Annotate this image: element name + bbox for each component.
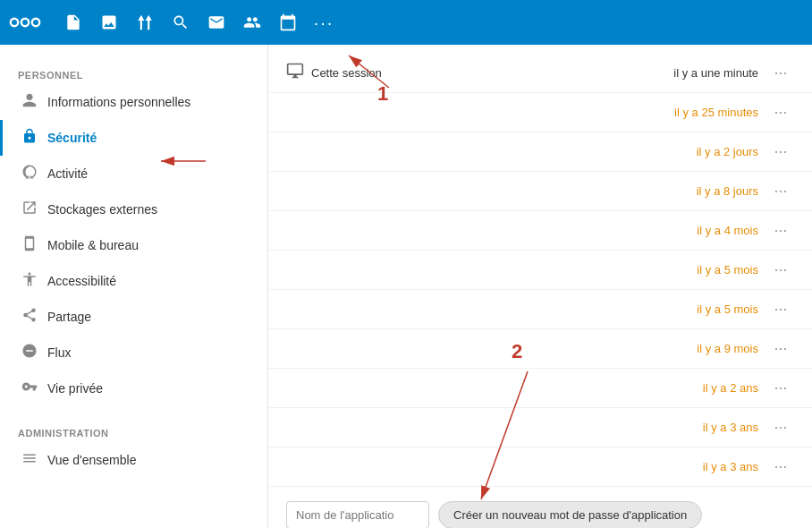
session-row-2: il y a 2 jours ··· bbox=[268, 132, 812, 172]
flux-label: Flux bbox=[47, 345, 71, 360]
user-icon bbox=[21, 92, 38, 112]
privacy-label: Vie privée bbox=[47, 381, 103, 396]
session-row-8: il y a 2 ans ··· bbox=[268, 369, 812, 408]
session-time-10: il y a 3 ans bbox=[633, 460, 767, 473]
session-row-9: il y a 3 ans ··· bbox=[268, 408, 812, 447]
session-row-5: il y a 5 mois ··· bbox=[268, 251, 812, 290]
session-row-10: il y a 3 ans ··· bbox=[268, 447, 812, 487]
session-menu-6[interactable]: ··· bbox=[767, 300, 794, 319]
accessibility-label: Accessibilité bbox=[47, 274, 116, 288]
lock-icon bbox=[21, 128, 38, 148]
session-row-6: il y a 5 mois ··· bbox=[268, 290, 812, 329]
photos-nav-icon[interactable] bbox=[93, 6, 125, 38]
calendar-nav-icon[interactable] bbox=[272, 6, 304, 38]
session-time-5: il y a 5 mois bbox=[633, 263, 767, 277]
activity-label: Activité bbox=[47, 166, 88, 181]
sharing-label: Partage bbox=[47, 310, 91, 324]
sidebar-item-privacy[interactable]: Vie privée bbox=[0, 370, 267, 406]
session-menu-7[interactable]: ··· bbox=[767, 339, 794, 358]
nextcloud-logo[interactable] bbox=[9, 9, 45, 36]
session-row-7: il y a 9 mois ··· bbox=[268, 329, 812, 369]
sidebar-item-mobile[interactable]: Mobile & bureau bbox=[0, 227, 267, 263]
create-app-password-button[interactable]: Créer un nouveau mot de passe d'applicat… bbox=[438, 501, 702, 528]
content-area: Cette session il y a une minute ··· il y… bbox=[268, 45, 812, 528]
sidebar-item-overview[interactable]: Vue d'ensemble bbox=[0, 442, 267, 478]
session-menu-2[interactable]: ··· bbox=[767, 142, 794, 161]
mail-nav-icon[interactable] bbox=[200, 6, 233, 38]
activity-icon bbox=[21, 164, 38, 183]
session-row-1: il y a 25 minutes ··· bbox=[268, 93, 812, 132]
session-time-8: il y a 2 ans bbox=[633, 381, 767, 395]
overview-icon bbox=[21, 450, 38, 470]
external-storage-label: Stockages externes bbox=[47, 202, 157, 217]
svg-point-3 bbox=[12, 20, 17, 25]
sidebar-item-accessibility[interactable]: Accessibilité bbox=[0, 263, 267, 299]
session-menu-1[interactable]: ··· bbox=[767, 103, 794, 122]
more-nav-icon[interactable]: ··· bbox=[308, 6, 340, 38]
session-row-0: Cette session il y a une minute ··· bbox=[268, 54, 812, 93]
activity-nav-icon[interactable] bbox=[129, 6, 161, 38]
sidebar-item-personal-info[interactable]: Informations personnelles bbox=[0, 84, 267, 120]
session-time-3: il y a 8 jours bbox=[633, 184, 767, 198]
svg-point-4 bbox=[22, 20, 28, 25]
external-storage-icon bbox=[21, 200, 38, 219]
section-title-personnel: Personnel bbox=[0, 63, 267, 84]
mobile-label: Mobile & bureau bbox=[47, 238, 139, 252]
main-layout: Personnel Informations personnelles Sécu… bbox=[0, 45, 812, 528]
privacy-icon bbox=[21, 379, 38, 398]
contacts-nav-icon[interactable] bbox=[236, 6, 268, 38]
session-time-9: il y a 3 ans bbox=[633, 421, 767, 434]
security-label: Sécurité bbox=[47, 131, 97, 145]
app-name-input[interactable] bbox=[286, 501, 429, 528]
session-row-3: il y a 8 jours ··· bbox=[268, 172, 812, 211]
session-time-7: il y a 9 mois bbox=[633, 342, 767, 355]
session-label-0: Cette session bbox=[311, 66, 382, 80]
session-menu-8[interactable]: ··· bbox=[767, 379, 794, 397]
mobile-icon bbox=[21, 235, 38, 255]
accessibility-icon bbox=[21, 271, 38, 291]
top-nav: ··· bbox=[0, 0, 812, 45]
flux-icon bbox=[21, 343, 38, 362]
session-row-4: il y a 4 mois ··· bbox=[268, 211, 812, 251]
search-nav-icon[interactable] bbox=[165, 6, 197, 38]
session-time-0: il y a une minute bbox=[633, 66, 767, 80]
sidebar-item-security[interactable]: Sécurité bbox=[0, 120, 267, 156]
session-time-1: il y a 25 minutes bbox=[633, 106, 767, 119]
session-menu-3[interactable]: ··· bbox=[767, 182, 794, 200]
session-menu-10[interactable]: ··· bbox=[767, 457, 794, 476]
session-time-6: il y a 5 mois bbox=[633, 302, 767, 316]
session-menu-4[interactable]: ··· bbox=[767, 221, 794, 240]
files-nav-icon[interactable] bbox=[57, 6, 89, 38]
sidebar: Personnel Informations personnelles Sécu… bbox=[0, 45, 268, 528]
desktop-icon bbox=[286, 62, 304, 84]
sidebar-item-flux[interactable]: Flux bbox=[0, 335, 267, 370]
sidebar-item-sharing[interactable]: Partage bbox=[0, 299, 267, 335]
session-time-4: il y a 4 mois bbox=[633, 224, 767, 237]
share-icon bbox=[21, 307, 38, 327]
sidebar-item-external-storage[interactable]: Stockages externes bbox=[0, 192, 267, 227]
overview-label: Vue d'ensemble bbox=[47, 453, 136, 467]
session-device-0: Cette session bbox=[286, 62, 429, 84]
session-menu-5[interactable]: ··· bbox=[767, 260, 794, 279]
svg-point-5 bbox=[33, 20, 38, 25]
section-title-administration: Administration bbox=[0, 421, 267, 442]
app-password-row: Créer un nouveau mot de passe d'applicat… bbox=[268, 490, 812, 528]
session-menu-0[interactable]: ··· bbox=[767, 64, 794, 82]
session-time-2: il y a 2 jours bbox=[633, 145, 767, 158]
session-menu-9[interactable]: ··· bbox=[767, 418, 794, 437]
sidebar-item-activity[interactable]: Activité bbox=[0, 156, 267, 192]
personal-info-label: Informations personnelles bbox=[47, 95, 190, 109]
